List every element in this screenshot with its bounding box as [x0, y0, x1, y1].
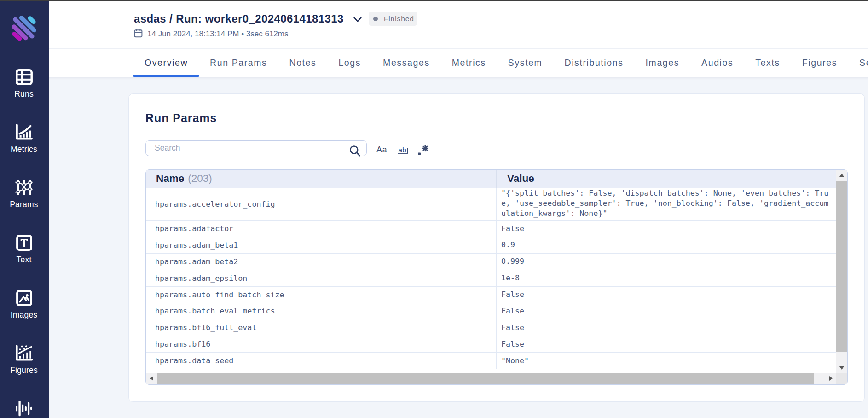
param-name-cell: hparams.accelerator_config — [146, 188, 497, 220]
sidebar-item-images[interactable]: Images — [0, 290, 48, 319]
param-value-cell: False — [497, 287, 836, 303]
match-case-button[interactable]: Aa — [376, 144, 387, 156]
search-box — [145, 140, 367, 156]
sidebar-item-figures[interactable]: Figures — [0, 345, 48, 375]
column-name: Name — [156, 173, 184, 185]
param-value-cell: False — [497, 303, 836, 319]
param-name-cell: hparams.adam_epsilon — [146, 270, 497, 286]
sidebar-item-label: Params — [10, 200, 38, 209]
search-icon[interactable] — [349, 145, 361, 157]
value-column-header: Value — [497, 170, 847, 188]
breadcrumb-row: asdas / Run: worker0_20240614181313 — [134, 12, 362, 26]
param-row: hparams.adafactorFalse — [146, 221, 836, 237]
param-row: hparams.adam_beta20.999 — [146, 254, 836, 270]
param-name-cell: hparams.batch_eval_metrics — [146, 303, 497, 319]
column-name-count: (203) — [188, 173, 212, 185]
sidebar-item-params[interactable]: Params — [0, 180, 48, 209]
sidebar-item-audios[interactable] — [0, 401, 48, 417]
sidebar-item-label: Figures — [10, 366, 38, 375]
name-column-header: Name (203) — [146, 170, 497, 188]
param-name-cell: hparams.data_seed — [146, 353, 497, 369]
column-value: Value — [507, 173, 534, 185]
search-input[interactable] — [146, 143, 366, 153]
sidebar-item-label: Text — [17, 255, 32, 264]
param-row: hparams.data_seed"None" — [146, 353, 836, 369]
match-whole-word-button[interactable]: ab — [398, 146, 409, 154]
param-name-cell: hparams.adafactor — [146, 221, 497, 237]
sidebar-item-label: Runs — [14, 90, 34, 99]
tab-figures[interactable]: Figures — [791, 49, 848, 77]
tab-metrics[interactable]: Metrics — [441, 49, 497, 77]
run-params-card: Run Params Aaab Name (203) — [128, 93, 865, 402]
param-row: hparams.bf16False — [146, 336, 836, 353]
tab-system[interactable]: System — [497, 49, 554, 77]
tab-images[interactable]: Images — [635, 49, 691, 77]
param-value-cell: "None" — [497, 353, 836, 369]
scroll-up-button[interactable] — [836, 170, 847, 181]
images-icon — [16, 290, 32, 306]
param-row: hparams.adam_epsilon1e-8 — [146, 270, 836, 287]
param-value-cell: 1e-8 — [497, 270, 836, 286]
window-top-edge — [0, 0, 868, 1]
tab-run-params[interactable]: Run Params — [199, 49, 278, 77]
sidebar-item-metrics[interactable]: Metrics — [0, 124, 48, 154]
tab-notes[interactable]: Notes — [278, 49, 327, 77]
param-name-cell: hparams.adam_beta2 — [146, 254, 497, 270]
tab-audios[interactable]: Audios — [690, 49, 744, 77]
params-table: Name (203) Value hparams.accelerator_con… — [145, 169, 848, 385]
status-badge: Finished — [369, 12, 417, 26]
param-name-cell: hparams.bf16_full_eval — [146, 319, 497, 336]
param-value-cell: "{'split_batches': False, 'dispatch_batc… — [497, 188, 836, 220]
calendar-icon — [134, 29, 143, 40]
chevron-down-icon[interactable] — [353, 16, 362, 24]
sidebar-item-runs[interactable]: Runs — [0, 69, 48, 99]
run-date: 14 Jun 2024, 18:13:14 PM • 3sec 612ms — [134, 29, 288, 39]
status-dot-icon — [373, 17, 378, 21]
scroll-up-arrow-icon — [839, 174, 844, 177]
tab-overview[interactable]: Overview — [133, 49, 199, 77]
param-value-cell: False — [497, 336, 836, 352]
param-value-cell: 0.999 — [497, 254, 836, 270]
tab-logs[interactable]: Logs — [327, 49, 372, 77]
content-area: Run Params Aaab Name (203) — [49, 77, 868, 418]
param-row: hparams.bf16_full_evalFalse — [146, 319, 836, 336]
tab-distributions[interactable]: Distributions — [553, 49, 634, 77]
tab-bar: OverviewRun ParamsNotesLogsMessagesMetri… — [49, 49, 868, 77]
param-row: hparams.adam_beta10.9 — [146, 237, 836, 254]
figures-icon — [16, 345, 33, 361]
sidebar-item-label: Images — [11, 311, 38, 319]
horizontal-scrollbar-thumb[interactable] — [157, 373, 814, 385]
param-name-cell: hparams.bf16 — [146, 336, 497, 352]
sidebar: Runs Metrics — [0, 0, 49, 418]
breadcrumb: asdas / Run: worker0_20240614181313 — [134, 12, 344, 25]
param-value-cell: 0.9 — [497, 237, 836, 253]
text-icon — [16, 235, 32, 251]
tab-messages[interactable]: Messages — [372, 49, 441, 77]
runs-icon — [16, 69, 33, 85]
use-regex-button[interactable] — [418, 145, 429, 156]
scroll-left-button[interactable] — [146, 373, 157, 385]
tab-texts[interactable]: Texts — [744, 49, 791, 77]
table-header: Name (203) Value — [146, 170, 847, 189]
aim-logo[interactable] — [12, 15, 36, 41]
table-body: hparams.accelerator_config"{'split_batch… — [146, 188, 836, 374]
vertical-scrollbar-thumb[interactable] — [836, 181, 847, 352]
scrollbar-corner — [836, 373, 847, 385]
audios-icon — [16, 401, 32, 417]
scroll-right-arrow-icon — [829, 376, 833, 381]
scroll-right-button[interactable] — [825, 373, 836, 385]
sidebar-item-text[interactable]: Text — [0, 235, 48, 264]
param-name-cell: hparams.adam_beta1 — [146, 237, 497, 253]
card-title: Run Params — [145, 111, 217, 125]
vertical-scrollbar[interactable] — [836, 170, 847, 373]
sidebar-item-label: Metrics — [11, 145, 37, 154]
param-value-cell: False — [497, 221, 836, 237]
scroll-left-arrow-icon — [150, 376, 153, 381]
horizontal-scrollbar[interactable] — [146, 373, 836, 385]
param-row: hparams.accelerator_config"{'split_batch… — [146, 188, 836, 221]
scroll-down-button[interactable] — [836, 362, 847, 373]
search-options: Aaab — [368, 140, 442, 158]
param-value-cell: False — [497, 319, 836, 336]
tab-settings[interactable]: Settings — [848, 49, 868, 77]
param-row: hparams.batch_eval_metricsFalse — [146, 303, 836, 320]
